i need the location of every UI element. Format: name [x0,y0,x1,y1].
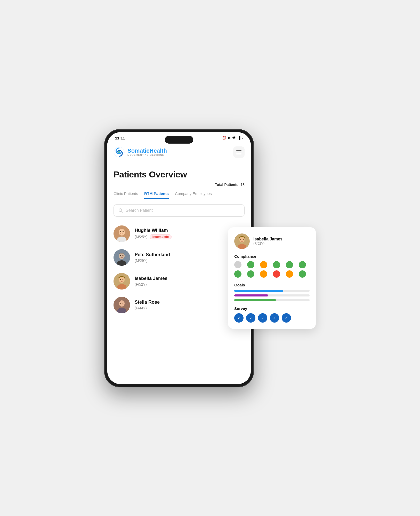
patient-age-gender: (M/25Y) [135,235,148,239]
survey-check: ✓ [282,313,291,323]
logo-area: SomaticHealth MOVEMENT AS MEDICINE [114,146,167,158]
compliance-title: Compliance [234,254,310,259]
popup-patient-meta: (F/52Y) [253,241,282,245]
svg-point-21 [119,300,125,307]
svg-point-13 [123,255,124,256]
menu-line-2 [236,152,241,152]
logo-text-area: SomaticHealth MOVEMENT AS MEDICINE [127,148,167,156]
svg-line-3 [122,211,123,212]
compliance-dot [260,270,267,278]
logo-icon [114,146,125,158]
survey-check: ✓ [270,313,279,323]
compliance-dot [247,270,254,278]
survey-check: ✓ [246,313,255,323]
svg-point-8 [123,231,124,232]
svg-point-1 [118,151,120,153]
compliance-dot [273,270,280,278]
survey-checks: ✓✓✓✓✓ [234,313,310,323]
status-time: 11:11 [115,136,125,140]
page-title: Patients Overview [114,169,245,179]
tab-company-employees[interactable]: Company Employees [175,189,212,199]
wifi-icon [232,136,236,140]
goals-section: Goals [234,283,310,301]
svg-rect-14 [119,253,124,254]
app-header: SomaticHealth MOVEMENT AS MEDICINE [107,142,251,162]
goal-bar [234,294,310,296]
popup-card: Isabella James (F/52Y) Compliance Goals … [228,227,316,329]
logo-title: SomaticHealth [127,148,167,154]
compliance-grid [234,261,310,278]
compliance-dot [234,261,241,268]
battery-icon: ▪ [242,136,243,140]
tabs-bar: Clinic Patients RTM Patients Company Emp… [107,189,251,199]
compliance-dot [299,270,306,278]
patient-age-gender: (F/52Y) [135,282,147,286]
search-container: Search Patient [107,199,251,219]
tab-clinic-patients[interactable]: Clinic Patients [114,189,138,199]
svg-point-24 [123,303,124,304]
search-input-wrapper[interactable]: Search Patient [114,204,245,217]
compliance-dot [286,261,293,268]
logo-somatic: Somatic [127,147,150,154]
goals-title: Goals [234,283,310,287]
avatar-hughie [114,225,130,242]
popup-patient-info: Isabella James (F/52Y) [253,237,282,245]
survey-check: ✓ [258,313,267,323]
svg-point-12 [120,255,121,256]
goal-bar [234,299,310,301]
tab-rtm-patients[interactable]: RTM Patients [144,189,169,199]
menu-line-1 [236,150,241,151]
survey-section: Survey ✓✓✓✓✓ [234,306,310,323]
compliance-dot [273,261,280,268]
popup-patient-header: Isabella James (F/52Y) [234,233,310,249]
svg-point-23 [120,303,121,304]
svg-point-5 [119,229,125,236]
compliance-dot [234,270,241,278]
survey-title: Survey [234,306,310,311]
signal-icon: ▐ [238,136,240,140]
scene: 11:11 ⏰ ✱ ▐ ▪ [104,129,316,387]
logo-subtitle: MOVEMENT AS MEDICINE [127,154,167,156]
patient-age-gender: (F/44Y) [135,306,147,310]
avatar-stella [114,297,130,313]
total-label: Total Patients: [215,183,239,187]
svg-point-29 [243,239,244,240]
svg-point-28 [240,239,241,240]
search-placeholder: Search Patient [126,208,153,213]
svg-point-19 [123,279,124,280]
goal-bar [234,290,310,292]
dynamic-island [165,136,193,144]
bluetooth-icon: ✱ [228,136,231,140]
compliance-dot [260,261,267,268]
compliance-dot [299,261,306,268]
avatar-pete [114,249,130,266]
svg-point-16 [119,277,125,283]
search-icon [118,208,123,213]
compliance-dot [286,270,293,278]
avatar-isabella [114,273,130,290]
total-count: 13 [240,183,245,187]
menu-button[interactable] [233,146,245,158]
status-icons: ⏰ ✱ ▐ ▪ [222,136,243,140]
alarm-icon: ⏰ [222,136,226,140]
menu-line-3 [236,154,241,154]
goals-bars [234,290,310,301]
total-patients: Total Patients: 13 [107,182,251,189]
svg-point-7 [120,231,121,232]
patient-age-gender: (M/29Y) [135,259,148,263]
popup-avatar [234,233,250,249]
incomplete-badge: Incomplete [150,234,172,239]
page-title-area: Patients Overview [107,162,251,182]
popup-patient-name: Isabella James [253,237,282,241]
svg-point-18 [120,279,121,280]
compliance-dot [247,261,254,268]
logo-health: Health [150,147,167,154]
survey-check: ✓ [234,313,244,323]
